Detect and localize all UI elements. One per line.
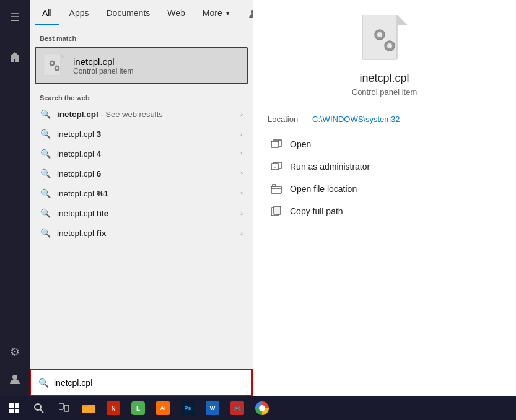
cpl-file-icon xyxy=(43,55,66,77)
search-item-text: inetcpl.cpl fix xyxy=(57,229,234,238)
chevron-right-icon: › xyxy=(240,129,243,138)
location-label: Location xyxy=(268,115,305,124)
svg-point-6 xyxy=(51,62,53,64)
open-action[interactable]: Open xyxy=(268,134,501,155)
svg-point-15 xyxy=(387,43,392,48)
list-item[interactable]: 🔍 inetcpl.cpl file › xyxy=(30,203,253,223)
detail-actions: Open ✓ Run as administrator Open file l xyxy=(253,134,516,222)
svg-line-28 xyxy=(40,409,43,413)
illustrator-button[interactable]: Ai xyxy=(151,396,175,420)
search-item-text: inetcpl.cpl 3 xyxy=(57,129,234,139)
detail-filename: inetcpl.cpl xyxy=(359,72,409,85)
detail-filetype: Control panel item xyxy=(352,87,418,97)
svg-point-8 xyxy=(56,67,58,69)
tab-more[interactable]: More ▼ xyxy=(195,2,238,25)
tabs-bar: All Apps Documents Web More ▼ ··· xyxy=(30,0,253,27)
svg-point-27 xyxy=(35,404,41,410)
location-path-link[interactable]: C:\WINDOWS\system32 xyxy=(312,115,400,124)
svg-marker-4 xyxy=(61,53,66,58)
copy-path-icon xyxy=(270,205,282,217)
search-web-icon: 🔍 xyxy=(40,149,51,159)
search-item-text: inetcpl.cpl 6 xyxy=(57,169,234,178)
svg-rect-32 xyxy=(82,405,88,407)
search-panel: All Apps Documents Web More ▼ ··· Best m… xyxy=(30,0,253,396)
run-admin-icon: ✓ xyxy=(270,160,282,173)
svg-rect-29 xyxy=(59,403,63,409)
photoshop-button[interactable]: Ps xyxy=(176,396,199,420)
search-item-text: inetcpl.cpl file xyxy=(57,209,234,218)
list-item[interactable]: 🔍 inetcpl.cpl 3 › xyxy=(30,124,253,144)
svg-rect-16 xyxy=(271,141,279,147)
best-match-text: inetcpl.cpl Control panel item xyxy=(73,56,133,76)
search-item-text: inetcpl.cpl %1 xyxy=(57,189,234,198)
svg-rect-20 xyxy=(273,185,276,186)
results-area: Best match inetcpl.cpl Control panel ite… xyxy=(30,27,253,369)
word-button[interactable]: W xyxy=(201,396,224,420)
search-web-icon: 🔍 xyxy=(40,208,51,218)
open-file-location-action[interactable]: Open file location xyxy=(268,178,501,199)
search-icon: 🔍 xyxy=(38,378,49,388)
best-match-item[interactable]: inetcpl.cpl Control panel item xyxy=(35,47,248,84)
taskbar: N L Ai Ps W 🎮 xyxy=(0,396,516,420)
list-item[interactable]: 🔍 inetcpl.cpl %1 › xyxy=(30,183,253,203)
open-file-location-label: Open file location xyxy=(290,184,357,194)
chevron-right-icon: › xyxy=(240,149,243,158)
search-web-icon: 🔍 xyxy=(40,109,51,119)
copy-path-action[interactable]: Copy full path xyxy=(268,201,501,222)
start-button[interactable] xyxy=(2,396,26,420)
best-match-title: inetcpl.cpl xyxy=(73,56,133,67)
line-app-button[interactable]: L xyxy=(126,396,150,420)
chevron-right-icon: › xyxy=(240,209,243,217)
detail-file-icon xyxy=(360,15,409,64)
tab-web[interactable]: Web xyxy=(160,2,193,25)
list-item[interactable]: 🔍 inetcpl.cpl - See web results › xyxy=(30,104,253,124)
svg-point-13 xyxy=(377,32,382,37)
home-icon[interactable] xyxy=(2,45,27,69)
chevron-right-icon: › xyxy=(240,189,243,198)
detail-panel: inetcpl.cpl Control panel item Location … xyxy=(253,0,516,396)
list-item[interactable]: 🔍 inetcpl.cpl 6 › xyxy=(30,164,253,183)
search-item-text: inetcpl.cpl - See web results xyxy=(57,110,234,119)
svg-rect-25 xyxy=(9,409,14,413)
svg-rect-24 xyxy=(15,403,19,408)
best-match-subtitle: Control panel item xyxy=(73,67,133,76)
explorer-button[interactable] xyxy=(77,396,100,420)
search-web-icon: 🔍 xyxy=(40,228,51,238)
svg-point-0 xyxy=(12,375,17,380)
search-input-bar: 🔍 xyxy=(30,369,253,396)
open-label: Open xyxy=(290,139,311,149)
open-icon xyxy=(270,138,282,151)
svg-marker-11 xyxy=(397,15,407,25)
svg-rect-19 xyxy=(271,186,281,193)
chevron-right-icon: › xyxy=(240,169,243,178)
user-icon[interactable] xyxy=(2,367,27,392)
list-item[interactable]: 🔍 inetcpl.cpl 4 › xyxy=(30,144,253,164)
tab-documents[interactable]: Documents xyxy=(98,2,157,25)
settings-icon[interactable]: ⚙ xyxy=(2,339,27,364)
search-web-icon: 🔍 xyxy=(40,188,51,198)
search-item-text: inetcpl.cpl 4 xyxy=(57,149,234,159)
open-location-icon xyxy=(270,183,282,195)
tab-all[interactable]: All xyxy=(35,2,59,25)
search-web-icon: 🔍 xyxy=(40,129,51,139)
search-input[interactable] xyxy=(54,378,244,388)
app-red-button[interactable]: N xyxy=(102,396,125,420)
more-chevron-icon: ▼ xyxy=(225,10,231,17)
hamburger-icon[interactable]: ☰ xyxy=(2,5,27,30)
chevron-right-icon: › xyxy=(240,229,243,237)
detail-divider xyxy=(253,107,516,107)
chevron-right-icon: › xyxy=(240,110,243,118)
run-admin-action[interactable]: ✓ Run as administrator xyxy=(268,156,501,177)
svg-rect-22 xyxy=(274,206,281,214)
chrome-button[interactable] xyxy=(250,396,274,420)
tab-apps[interactable]: Apps xyxy=(62,2,97,25)
svg-rect-23 xyxy=(9,403,14,408)
svg-rect-26 xyxy=(15,409,19,413)
search-web-icon: 🔍 xyxy=(40,168,51,178)
svg-text:✓: ✓ xyxy=(273,165,277,170)
task-view-button[interactable] xyxy=(52,396,76,420)
list-item[interactable]: 🔍 inetcpl.cpl fix › xyxy=(30,223,253,243)
search-taskbar-button[interactable] xyxy=(27,396,51,420)
app-game-button[interactable]: 🎮 xyxy=(225,396,249,420)
best-match-label: Best match xyxy=(30,32,253,45)
